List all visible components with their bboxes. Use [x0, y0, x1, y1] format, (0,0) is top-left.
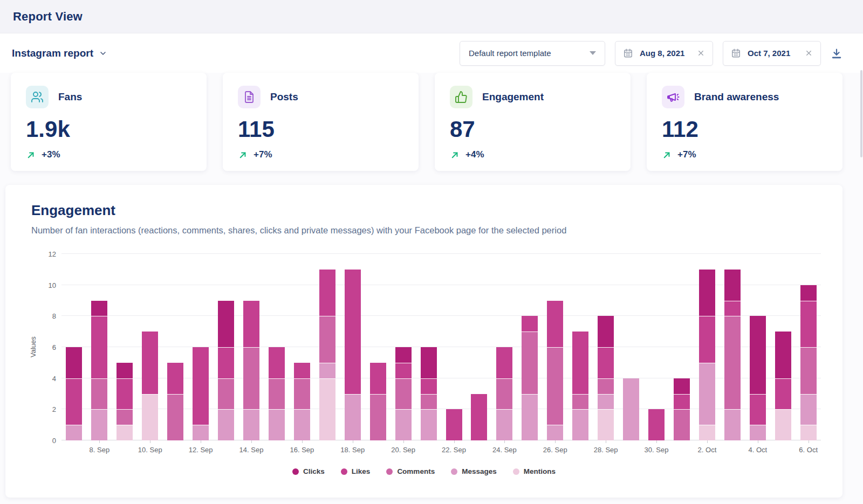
bar-segment-likes[interactable]: [699, 316, 715, 363]
legend-item-messages[interactable]: Messages: [451, 467, 497, 475]
bar-segment-mentions[interactable]: [800, 425, 817, 440]
bar-segment-comments[interactable]: [294, 378, 310, 410]
bar-segment-messages[interactable]: [294, 409, 310, 440]
bar-segment-comments[interactable]: [522, 332, 538, 393]
bar-25-sep[interactable]: [517, 254, 543, 440]
bar-segment-likes[interactable]: [572, 332, 588, 393]
bar-12-sep[interactable]: [188, 254, 214, 440]
bar-segment-messages[interactable]: [243, 409, 259, 440]
bar-segment-comments[interactable]: [421, 394, 437, 410]
bar-6-oct[interactable]: [796, 254, 821, 440]
bar-segment-comments[interactable]: [496, 378, 512, 410]
bar-segment-likes[interactable]: [294, 363, 310, 378]
bar-20-sep[interactable]: [391, 254, 416, 440]
legend-item-mentions[interactable]: Mentions: [513, 467, 556, 475]
bar-segment-comments[interactable]: [547, 347, 563, 425]
bar-segment-comments[interactable]: [724, 316, 741, 409]
bar-segment-likes[interactable]: [421, 378, 437, 394]
bar-segment-likes[interactable]: [674, 394, 690, 410]
bar-segment-messages[interactable]: [598, 394, 614, 410]
bar-segment-mentions[interactable]: [117, 425, 133, 440]
bar-segment-clicks[interactable]: [218, 301, 234, 348]
bar-segment-likes[interactable]: [167, 363, 183, 394]
bar-3-oct[interactable]: [720, 254, 745, 440]
bar-segment-likes[interactable]: [319, 270, 335, 316]
bar-27-sep[interactable]: [568, 254, 593, 440]
bar-segment-likes[interactable]: [775, 378, 791, 410]
bar-segment-likes[interactable]: [193, 347, 209, 425]
bar-segment-comments[interactable]: [218, 378, 234, 410]
report-name-dropdown[interactable]: Instagram report: [12, 47, 107, 59]
bar-segment-messages[interactable]: [395, 409, 412, 440]
bar-segment-messages[interactable]: [800, 394, 817, 425]
bar-8-sep[interactable]: [87, 254, 112, 440]
bar-segment-comments[interactable]: [370, 394, 386, 441]
bar-segment-mentions[interactable]: [598, 409, 614, 440]
bar-5-oct[interactable]: [770, 254, 796, 440]
bar-segment-clicks[interactable]: [91, 301, 107, 316]
bar-segment-likes[interactable]: [142, 332, 158, 393]
bar-segment-clicks[interactable]: [750, 316, 766, 393]
bar-segment-clicks[interactable]: [674, 378, 690, 394]
date-to-picker[interactable]: Oct 7, 2021: [723, 41, 821, 66]
bar-segment-messages[interactable]: [319, 363, 335, 378]
bar-segment-clicks[interactable]: [421, 347, 437, 378]
bar-segment-clicks[interactable]: [699, 270, 715, 316]
bar-segment-likes[interactable]: [547, 301, 563, 348]
bar-segment-comments[interactable]: [243, 347, 259, 409]
bar-21-sep[interactable]: [416, 254, 441, 440]
bar-4-oct[interactable]: [745, 254, 770, 440]
bar-14-sep[interactable]: [239, 254, 264, 440]
bar-10-sep[interactable]: [138, 254, 163, 440]
date-to-clear-button[interactable]: [805, 49, 813, 57]
bar-segment-likes[interactable]: [243, 301, 259, 348]
legend-item-clicks[interactable]: Clicks: [292, 467, 325, 475]
bar-segment-likes[interactable]: [598, 347, 614, 378]
bar-segment-likes[interactable]: [117, 378, 133, 410]
bar-segment-clicks[interactable]: [724, 270, 741, 301]
bar-segment-comments[interactable]: [319, 316, 335, 363]
bar-segment-likes[interactable]: [724, 301, 741, 316]
date-from-picker[interactable]: Aug 8, 2021: [615, 41, 713, 66]
bar-segment-likes[interactable]: [496, 347, 512, 378]
scrollbar-thumb[interactable]: [860, 70, 862, 157]
bar-2-oct[interactable]: [694, 254, 720, 440]
bar-segment-clicks[interactable]: [775, 332, 791, 378]
bar-segment-mentions[interactable]: [319, 378, 335, 440]
bar-segment-likes[interactable]: [269, 347, 285, 378]
download-report-button[interactable]: [831, 47, 843, 59]
bar-segment-messages[interactable]: [345, 394, 361, 441]
bar-segment-likes[interactable]: [522, 316, 538, 332]
bar-segment-mentions[interactable]: [775, 409, 791, 440]
bar-segment-clicks[interactable]: [598, 316, 614, 347]
bar-segment-comments[interactable]: [91, 378, 107, 410]
bar-22-sep[interactable]: [441, 254, 467, 440]
bar-segment-likes[interactable]: [446, 409, 462, 440]
bar-segment-messages[interactable]: [547, 425, 563, 440]
bar-segment-likes[interactable]: [395, 363, 412, 378]
bar-16-sep[interactable]: [289, 254, 314, 440]
scrollbar-track[interactable]: [860, 33, 863, 504]
bar-segment-messages[interactable]: [91, 409, 107, 440]
bar-18-sep[interactable]: [340, 254, 365, 440]
bar-segment-messages[interactable]: [699, 363, 715, 425]
bar-segment-likes[interactable]: [471, 394, 487, 441]
legend-item-likes[interactable]: Likes: [341, 467, 371, 475]
bar-segment-likes[interactable]: [91, 316, 107, 378]
bar-19-sep[interactable]: [365, 254, 391, 440]
bar-segment-messages[interactable]: [522, 394, 538, 441]
bar-29-sep[interactable]: [619, 254, 644, 440]
bar-segment-comments[interactable]: [167, 394, 183, 441]
bar-segment-messages[interactable]: [421, 409, 437, 440]
bar-segment-messages[interactable]: [269, 409, 285, 440]
bar-segment-comments[interactable]: [674, 409, 690, 440]
bar-segment-messages[interactable]: [66, 425, 82, 440]
bar-segment-comments[interactable]: [598, 378, 614, 394]
bar-segment-likes[interactable]: [370, 363, 386, 394]
legend-item-comments[interactable]: Comments: [386, 467, 435, 475]
bar-segment-messages[interactable]: [623, 378, 639, 440]
bar-segment-messages[interactable]: [750, 425, 766, 440]
bar-11-sep[interactable]: [163, 254, 188, 440]
bar-9-sep[interactable]: [112, 254, 138, 440]
bar-segment-comments[interactable]: [800, 347, 817, 394]
